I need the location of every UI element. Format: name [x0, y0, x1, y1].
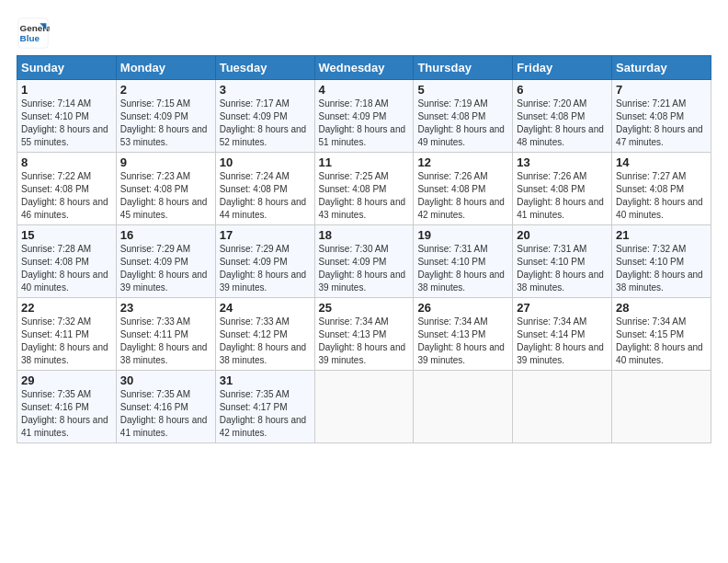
- day-info: Sunrise: 7:33 AMSunset: 4:11 PMDaylight:…: [120, 316, 208, 365]
- day-info: Sunrise: 7:32 AMSunset: 4:10 PMDaylight:…: [616, 244, 703, 293]
- day-info: Sunrise: 7:34 AMSunset: 4:15 PMDaylight:…: [616, 316, 703, 365]
- day-info: Sunrise: 7:33 AMSunset: 4:12 PMDaylight:…: [220, 316, 307, 365]
- calendar-cell: 11 Sunrise: 7:25 AMSunset: 4:08 PMDaylig…: [314, 153, 414, 225]
- calendar-cell: 23 Sunrise: 7:33 AMSunset: 4:11 PMDaylig…: [116, 298, 215, 371]
- calendar-cell: 31 Sunrise: 7:35 AMSunset: 4:17 PMDaylig…: [215, 371, 314, 443]
- day-number: 8: [21, 155, 112, 169]
- day-number: 15: [21, 228, 112, 242]
- day-number: 30: [120, 373, 211, 387]
- day-number: 29: [21, 373, 112, 387]
- day-info: Sunrise: 7:26 AMSunset: 4:08 PMDaylight:…: [417, 171, 505, 220]
- calendar-cell: 4 Sunrise: 7:18 AMSunset: 4:09 PMDayligh…: [314, 80, 414, 153]
- calendar-cell: 26 Sunrise: 7:34 AMSunset: 4:13 PMDaylig…: [414, 298, 513, 371]
- calendar-week-1: 1 Sunrise: 7:14 AMSunset: 4:10 PMDayligh…: [17, 80, 711, 153]
- weekday-friday: Friday: [513, 56, 612, 80]
- day-number: 23: [120, 301, 211, 315]
- day-info: Sunrise: 7:18 AMSunset: 4:09 PMDaylight:…: [319, 98, 406, 147]
- day-number: 10: [220, 155, 311, 169]
- calendar-table: SundayMondayTuesdayWednesdayThursdayFrid…: [17, 55, 711, 443]
- calendar-cell: 13 Sunrise: 7:26 AMSunset: 4:08 PMDaylig…: [513, 153, 612, 225]
- day-info: Sunrise: 7:27 AMSunset: 4:08 PMDaylight:…: [616, 171, 703, 220]
- calendar-cell: 25 Sunrise: 7:34 AMSunset: 4:13 PMDaylig…: [314, 298, 414, 371]
- day-info: Sunrise: 7:23 AMSunset: 4:08 PMDaylight:…: [120, 171, 208, 220]
- weekday-sunday: Sunday: [17, 56, 117, 80]
- calendar-cell: 6 Sunrise: 7:20 AMSunset: 4:08 PMDayligh…: [513, 80, 612, 153]
- day-info: Sunrise: 7:22 AMSunset: 4:08 PMDaylight:…: [21, 171, 108, 220]
- calendar-cell: [612, 371, 711, 443]
- day-info: Sunrise: 7:19 AMSunset: 4:08 PMDaylight:…: [417, 98, 505, 147]
- calendar-cell: 15 Sunrise: 7:28 AMSunset: 4:08 PMDaylig…: [17, 225, 117, 298]
- day-number: 28: [616, 301, 707, 315]
- header: General Blue: [17, 17, 711, 50]
- page: General Blue SundayMondayTuesdayWednesda…: [0, 0, 728, 453]
- day-number: 6: [517, 83, 608, 97]
- calendar-cell: 1 Sunrise: 7:14 AMSunset: 4:10 PMDayligh…: [17, 80, 117, 153]
- day-info: Sunrise: 7:32 AMSunset: 4:11 PMDaylight:…: [21, 316, 108, 365]
- day-number: 1: [21, 83, 112, 97]
- day-number: 9: [120, 155, 211, 169]
- day-number: 5: [417, 83, 508, 97]
- day-info: Sunrise: 7:31 AMSunset: 4:10 PMDaylight:…: [517, 244, 604, 293]
- day-info: Sunrise: 7:26 AMSunset: 4:08 PMDaylight:…: [517, 171, 604, 220]
- calendar-cell: 17 Sunrise: 7:29 AMSunset: 4:09 PMDaylig…: [215, 225, 314, 298]
- day-number: 27: [517, 301, 608, 315]
- calendar-cell: 19 Sunrise: 7:31 AMSunset: 4:10 PMDaylig…: [414, 225, 513, 298]
- day-info: Sunrise: 7:24 AMSunset: 4:08 PMDaylight:…: [220, 171, 307, 220]
- day-number: 7: [616, 83, 707, 97]
- day-number: 21: [616, 228, 707, 242]
- calendar-cell: 27 Sunrise: 7:34 AMSunset: 4:14 PMDaylig…: [513, 298, 612, 371]
- day-info: Sunrise: 7:31 AMSunset: 4:10 PMDaylight:…: [417, 244, 505, 293]
- day-number: 20: [517, 228, 608, 242]
- calendar-week-4: 22 Sunrise: 7:32 AMSunset: 4:11 PMDaylig…: [17, 298, 711, 371]
- weekday-thursday: Thursday: [414, 56, 513, 80]
- calendar-cell: [314, 371, 414, 443]
- day-number: 19: [417, 228, 508, 242]
- calendar-cell: 28 Sunrise: 7:34 AMSunset: 4:15 PMDaylig…: [612, 298, 711, 371]
- weekday-monday: Monday: [116, 56, 215, 80]
- day-info: Sunrise: 7:29 AMSunset: 4:09 PMDaylight:…: [120, 244, 208, 293]
- svg-text:Blue: Blue: [20, 33, 40, 43]
- calendar-week-3: 15 Sunrise: 7:28 AMSunset: 4:08 PMDaylig…: [17, 225, 711, 298]
- day-info: Sunrise: 7:28 AMSunset: 4:08 PMDaylight:…: [21, 244, 108, 293]
- calendar-cell: 3 Sunrise: 7:17 AMSunset: 4:09 PMDayligh…: [215, 80, 314, 153]
- calendar-cell: 24 Sunrise: 7:33 AMSunset: 4:12 PMDaylig…: [215, 298, 314, 371]
- day-info: Sunrise: 7:35 AMSunset: 4:17 PMDaylight:…: [220, 389, 307, 438]
- day-number: 11: [319, 155, 410, 169]
- day-number: 22: [21, 301, 112, 315]
- calendar-cell: 2 Sunrise: 7:15 AMSunset: 4:09 PMDayligh…: [116, 80, 215, 153]
- day-number: 24: [220, 301, 311, 315]
- calendar-cell: 20 Sunrise: 7:31 AMSunset: 4:10 PMDaylig…: [513, 225, 612, 298]
- calendar-cell: [414, 371, 513, 443]
- weekday-wednesday: Wednesday: [314, 56, 414, 80]
- calendar-cell: 18 Sunrise: 7:30 AMSunset: 4:09 PMDaylig…: [314, 225, 414, 298]
- day-info: Sunrise: 7:35 AMSunset: 4:16 PMDaylight:…: [120, 389, 208, 438]
- day-number: 18: [319, 228, 410, 242]
- day-number: 12: [417, 155, 508, 169]
- day-number: 3: [220, 83, 311, 97]
- calendar-cell: 8 Sunrise: 7:22 AMSunset: 4:08 PMDayligh…: [17, 153, 117, 225]
- day-number: 26: [417, 301, 508, 315]
- calendar-week-5: 29 Sunrise: 7:35 AMSunset: 4:16 PMDaylig…: [17, 371, 711, 443]
- calendar-cell: 12 Sunrise: 7:26 AMSunset: 4:08 PMDaylig…: [414, 153, 513, 225]
- day-number: 25: [319, 301, 410, 315]
- day-info: Sunrise: 7:34 AMSunset: 4:13 PMDaylight:…: [417, 316, 505, 365]
- weekday-tuesday: Tuesday: [215, 56, 314, 80]
- day-info: Sunrise: 7:20 AMSunset: 4:08 PMDaylight:…: [517, 98, 604, 147]
- calendar-cell: 9 Sunrise: 7:23 AMSunset: 4:08 PMDayligh…: [116, 153, 215, 225]
- calendar-cell: 10 Sunrise: 7:24 AMSunset: 4:08 PMDaylig…: [215, 153, 314, 225]
- day-info: Sunrise: 7:34 AMSunset: 4:14 PMDaylight:…: [517, 316, 604, 365]
- calendar-week-2: 8 Sunrise: 7:22 AMSunset: 4:08 PMDayligh…: [17, 153, 711, 225]
- calendar-cell: [513, 371, 612, 443]
- calendar-cell: 14 Sunrise: 7:27 AMSunset: 4:08 PMDaylig…: [612, 153, 711, 225]
- calendar-cell: 16 Sunrise: 7:29 AMSunset: 4:09 PMDaylig…: [116, 225, 215, 298]
- day-number: 4: [319, 83, 410, 97]
- day-info: Sunrise: 7:25 AMSunset: 4:08 PMDaylight:…: [319, 171, 406, 220]
- day-number: 14: [616, 155, 707, 169]
- logo-icon: General Blue: [17, 17, 50, 50]
- calendar-cell: 30 Sunrise: 7:35 AMSunset: 4:16 PMDaylig…: [116, 371, 215, 443]
- day-number: 2: [120, 83, 211, 97]
- day-info: Sunrise: 7:14 AMSunset: 4:10 PMDaylight:…: [21, 98, 108, 147]
- day-info: Sunrise: 7:35 AMSunset: 4:16 PMDaylight:…: [21, 389, 108, 438]
- day-info: Sunrise: 7:29 AMSunset: 4:09 PMDaylight:…: [220, 244, 307, 293]
- calendar-cell: 29 Sunrise: 7:35 AMSunset: 4:16 PMDaylig…: [17, 371, 117, 443]
